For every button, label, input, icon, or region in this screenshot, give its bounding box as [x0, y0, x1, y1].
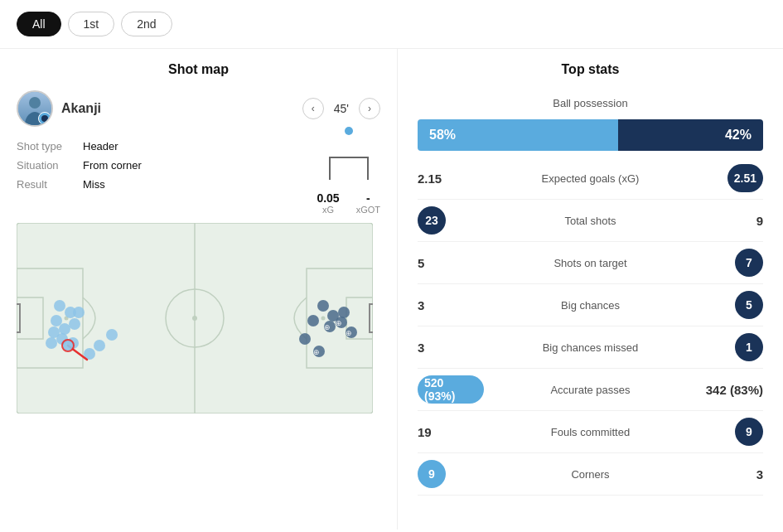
stat-right: 1: [697, 333, 763, 361]
stat-left-value: 2.15: [418, 172, 442, 186]
next-shot-button[interactable]: ›: [359, 98, 380, 119]
stat-left-badge: 9: [418, 460, 446, 488]
stat-left-value: 5: [418, 256, 424, 270]
svg-point-0: [29, 97, 41, 109]
stat-label: Fouls committed: [484, 426, 697, 438]
stat-label: Total shots: [484, 215, 697, 227]
stat-left: 9: [418, 460, 484, 488]
svg-point-12: [321, 317, 326, 321]
shot-details: Shot type Header Situation From corner R…: [17, 140, 380, 215]
stat-right-badge: 9: [735, 418, 763, 446]
stat-right-value: 3: [756, 467, 763, 481]
stats-container: 2.15 Expected goals (xG) 2.51 23 Total s…: [418, 157, 763, 496]
possession-bar: 58% 42%: [418, 119, 763, 151]
xg-label: xG: [317, 205, 339, 215]
stat-label: Expected goals (xG): [484, 172, 697, 185]
stat-left-value: 19: [418, 425, 432, 439]
shot-map-title: Shot map: [17, 62, 380, 77]
stat-left-badge: 520 (93%): [418, 375, 484, 404]
stat-row: 19 Fouls committed 9: [418, 411, 763, 453]
svg-point-30: [307, 315, 319, 326]
period-all-button[interactable]: All: [17, 12, 61, 36]
shot-info: Shot type Header Situation From corner R…: [17, 140, 283, 215]
stat-left: 23: [418, 206, 484, 235]
stat-label: Corners: [484, 468, 697, 481]
possession-left: 58%: [418, 119, 618, 151]
nav-controls: ‹ 45' ›: [302, 98, 380, 119]
period-selector: All 1st 2nd: [0, 0, 783, 49]
xgot-value: -: [356, 191, 380, 205]
svg-point-15: [51, 315, 62, 326]
shot-diagram: 0.05 xG - xGOT: [317, 140, 380, 215]
shot-time: 45': [334, 102, 349, 115]
xgot-label: xGOT: [356, 205, 380, 215]
stat-row: 520 (93%) Accurate passes 342 (83%): [418, 369, 763, 411]
svg-point-17: [69, 318, 80, 330]
stat-right-badge: 1: [735, 333, 763, 361]
stat-left: 2.15: [418, 172, 484, 186]
stat-row: 2.15 Expected goals (xG) 2.51: [418, 157, 763, 200]
situation-row: Situation From corner: [17, 159, 283, 172]
result-row: Result Miss: [17, 178, 283, 191]
stat-left-value: 3: [418, 298, 424, 312]
stat-right-badge: 7: [735, 249, 763, 277]
top-stats-panel: Top stats Ball possession 58% 42% 2.15 E…: [398, 49, 783, 530]
player-name: Akanji: [61, 101, 294, 116]
situation-value: From corner: [83, 159, 142, 172]
stat-left-value: 3: [418, 341, 424, 355]
result-value: Miss: [83, 178, 105, 191]
goal-diagram: [329, 157, 369, 180]
svg-point-38: [299, 333, 311, 345]
main-content: Shot map Akanji ‹ 45' ›: [0, 49, 783, 530]
stat-row: 5 Shots on target 7: [418, 242, 763, 284]
prev-shot-button[interactable]: ‹: [302, 98, 324, 119]
stat-label: Big chances missed: [484, 341, 697, 354]
stat-right-value: 342 (83%): [706, 383, 763, 397]
svg-point-28: [317, 300, 329, 312]
top-stats-title: Top stats: [418, 62, 763, 77]
svg-text:⊕: ⊕: [324, 323, 331, 331]
stat-right-value: 9: [756, 214, 763, 228]
xg-values: 0.05 xG - xGOT: [317, 191, 380, 215]
possession-title: Ball possession: [418, 90, 763, 113]
period-2nd-button[interactable]: 2nd: [121, 12, 172, 36]
stat-right: 3: [697, 467, 763, 481]
player-row: Akanji ‹ 45' ›: [17, 90, 380, 127]
stat-row: 3 Big chances 5: [418, 284, 763, 326]
stat-row: 3 Big chances missed 1: [418, 326, 763, 369]
stat-left: 520 (93%): [418, 375, 484, 404]
field-container: ⊕ ⊕ ⊕ ⊕: [17, 223, 380, 417]
svg-point-24: [94, 340, 105, 351]
stat-right: 342 (83%): [697, 383, 763, 397]
stat-label: Big chances: [484, 299, 697, 312]
stat-label: Shots on target: [484, 257, 697, 269]
situation-label: Situation: [17, 159, 83, 172]
shot-type-value: Header: [83, 140, 118, 152]
stat-right: 5: [697, 291, 763, 319]
svg-point-21: [73, 307, 85, 318]
xg-value: 0.05: [317, 191, 339, 205]
stat-label: Accurate passes: [484, 384, 697, 396]
field-svg: ⊕ ⊕ ⊕ ⊕: [17, 223, 373, 414]
period-1st-button[interactable]: 1st: [68, 12, 115, 36]
svg-point-16: [59, 323, 70, 335]
svg-point-4: [192, 316, 197, 321]
avatar: [17, 90, 53, 127]
shot-map-panel: Shot map Akanji ‹ 45' ›: [0, 49, 398, 530]
svg-point-23: [106, 329, 118, 341]
stat-left: 3: [418, 298, 484, 312]
stat-right: 2.51: [697, 164, 763, 192]
stat-row: 23 Total shots 9: [418, 200, 763, 242]
stat-row: 9 Corners 3: [418, 453, 763, 496]
svg-point-13: [54, 300, 65, 312]
result-label: Result: [17, 178, 83, 191]
stat-left: 5: [418, 256, 484, 270]
shot-type-label: Shot type: [17, 140, 83, 152]
stat-right-badge: 5: [735, 291, 763, 319]
svg-point-31: [338, 307, 350, 318]
svg-text:⊕: ⊕: [346, 329, 352, 337]
svg-text:⊕: ⊕: [313, 348, 320, 356]
stat-left-badge: 23: [418, 206, 446, 235]
stat-left: 3: [418, 341, 484, 355]
stat-right: 9: [697, 214, 763, 228]
